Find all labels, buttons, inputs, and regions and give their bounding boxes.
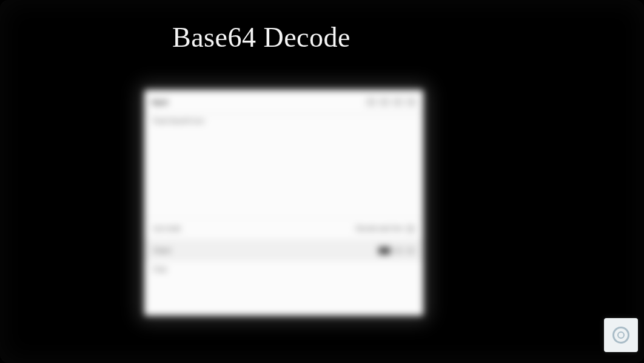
- panel-header: Input: [144, 90, 423, 114]
- output-label: Output: [153, 247, 171, 254]
- page-title: Base64 Decode: [172, 21, 351, 53]
- placeholder-line: Paste Base64 here: [153, 118, 415, 124]
- options-row: Live mode Decode each line: [144, 217, 423, 239]
- recaptcha-icon: [612, 327, 629, 344]
- option-left: Live mode: [153, 225, 181, 232]
- header-control-icon[interactable]: [366, 98, 376, 106]
- action-icon[interactable]: [394, 247, 403, 254]
- input-area[interactable]: [144, 128, 423, 217]
- recaptcha-badge[interactable]: [604, 318, 638, 352]
- output-hint: Copy: [153, 266, 415, 273]
- panel-subheader: Paste Base64 here: [144, 114, 423, 128]
- header-control-icon[interactable]: [406, 98, 416, 106]
- header-control-icon[interactable]: [380, 98, 389, 106]
- header-control-icon[interactable]: [393, 98, 403, 106]
- toggle-icon[interactable]: [406, 225, 415, 232]
- output-bar: Output: [144, 239, 423, 261]
- option-right: Decode each line: [356, 225, 403, 232]
- tool-panel: Input Paste Base64 here Live mode Decode…: [144, 90, 423, 316]
- blurred-screenshot: Input Paste Base64 here Live mode Decode…: [144, 90, 423, 316]
- input-label: Input: [152, 98, 168, 106]
- action-icon[interactable]: [406, 247, 415, 254]
- slide: Base64 Decode Input Paste Base64 here Li…: [0, 0, 644, 363]
- action-button[interactable]: [378, 247, 391, 254]
- output-area: Copy: [144, 261, 423, 316]
